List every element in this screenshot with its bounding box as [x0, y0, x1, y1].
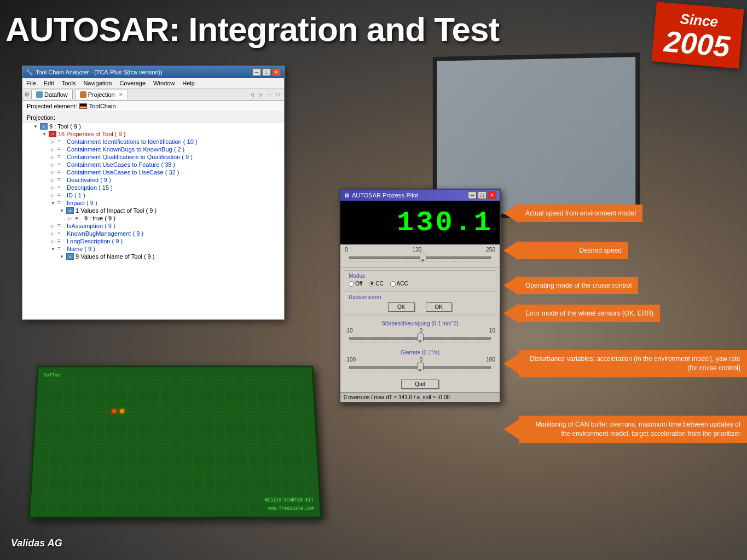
callout-text: Operating mode of the cruise control: [525, 282, 632, 289]
tca-menubar: File Edit Tools Navigation Coverage Wind…: [22, 78, 284, 89]
divider: [340, 267, 500, 268]
tree-item[interactable]: ▷ ● 9 : true ( 9 ): [22, 214, 284, 222]
gier-slider-track[interactable]: [349, 366, 491, 369]
tree-item[interactable]: ▷ = Containment UseCases to UseCase ( 32…: [22, 168, 284, 176]
radio-cc-circle[interactable]: [369, 281, 374, 287]
toolbar-minimize-btn[interactable]: ─: [265, 91, 273, 98]
since-badge: Since 2005: [651, 2, 744, 69]
pilot-close-button[interactable]: ✕: [488, 191, 496, 199]
sidebar-toggle[interactable]: ⊞: [25, 91, 29, 97]
radio-off[interactable]: Off: [349, 281, 362, 287]
menu-window[interactable]: Window: [152, 79, 176, 87]
modus-radio-group: Off CC ACC: [349, 281, 491, 287]
radio-off-circle[interactable]: [349, 281, 354, 287]
speed-slider-track[interactable]: [349, 256, 491, 259]
tab-close-icon[interactable]: ✕: [119, 92, 123, 97]
toolbar-back-btn[interactable]: ◁: [248, 91, 256, 98]
tree-item[interactable]: ▷ = KnownBugManagement ( 9 ): [22, 230, 284, 237]
menu-coverage[interactable]: Coverage: [118, 79, 147, 87]
tree-icon-eq: =: [57, 138, 65, 145]
toolbar-maximize-btn[interactable]: □: [274, 91, 282, 98]
divider: [340, 317, 500, 317]
radsensoren-ok-btn-2[interactable]: OK: [426, 302, 452, 312]
tab-toolbar: ◁ ▷ ─ □: [248, 91, 282, 98]
gier-slider-thumb[interactable]: [417, 363, 424, 370]
callout-monitor: Monitoring of CAN buffer overruns, maxim…: [503, 416, 747, 443]
circuit-label: www.freescale.com: [268, 506, 314, 511]
pilot-window: 🖥 AUTOSAR Prozess-Pilot ─ □ ✕ 130.1 0 13…: [339, 189, 501, 403]
tree-item[interactable]: ▷ = LongDescription ( 9 ): [22, 237, 284, 245]
tree-icon-eq: =: [57, 223, 65, 229]
tree-item[interactable]: ▷ = Description ( 15 ): [22, 184, 284, 191]
tree-item[interactable]: ▼ = Name ( 9 ): [22, 245, 284, 253]
tca-window: 🔧 Tool Chain Analyzer - (TCA-Plus ${tca-…: [22, 66, 285, 320]
tree-icon-table: ≡: [49, 131, 56, 137]
tree-icon-dot: ●: [75, 215, 83, 221]
tca-minimize-button[interactable]: ─: [252, 68, 261, 76]
tree-item[interactable]: ▷ = IsAssumption ( 9 ): [22, 222, 284, 230]
tree-item-text: IsAssumption ( 9 ): [67, 223, 115, 229]
menu-tools[interactable]: Tools: [60, 79, 78, 87]
tab-dataflow[interactable]: Dataflow: [31, 90, 73, 99]
callout-arrow-icon: [503, 241, 519, 260]
company-label: Validas AG: [11, 538, 62, 549]
tree-item-text: 9 Values of Name of Tool ( 9 ): [76, 253, 155, 260]
tree-item[interactable]: ▷ = Containment Identifications to Ident…: [22, 138, 284, 145]
tree-item[interactable]: ▼ ≡ 16 Properties of Tool ( 9 ): [22, 130, 284, 138]
page-title: AUTOSAR: Integration and Test: [5, 10, 499, 49]
radio-cc[interactable]: CC: [369, 281, 383, 287]
dataflow-tab-icon: [36, 91, 43, 98]
tab-projection[interactable]: Projection ✕: [75, 90, 128, 100]
radio-acc-circle[interactable]: [390, 281, 396, 287]
menu-navigation[interactable]: Navigation: [82, 79, 113, 87]
tree-item[interactable]: ▷ = ID ( 1 ): [22, 191, 284, 199]
tree-item[interactable]: ▼ ≡ 1 Values of Impact of Tool ( 9 ): [22, 207, 284, 214]
tree-container[interactable]: ▼ ≡ 9 : Tool ( 9 ) ▼ ≡ 16 Properties of …: [22, 122, 284, 319]
tree-item[interactable]: ▷ = Containment UseCases to Feature ( 38…: [22, 161, 284, 168]
radsensoren-ok-btn-1[interactable]: OK: [388, 302, 414, 312]
stoer-slider-container[interactable]: [345, 334, 495, 345]
tree-icon-table: ≡: [66, 253, 74, 260]
tree-item-text: Containment Qualifications to Qualificat…: [67, 154, 193, 160]
radsensoren-label: Radsensoren: [349, 294, 491, 300]
menu-edit[interactable]: Edit: [42, 79, 56, 87]
tca-maximize-button[interactable]: □: [262, 68, 271, 76]
tree-icon-eq: =: [57, 177, 65, 183]
tree-item[interactable]: ▷ = Deactivated ( 9 ): [22, 176, 284, 184]
callout-arrow-icon: [503, 203, 519, 223]
tree-arrow: ▷: [51, 170, 57, 175]
gier-mid-label: 0: [419, 357, 422, 363]
gier-slider-container[interactable]: [345, 363, 495, 374]
pilot-minimize-button[interactable]: ─: [468, 191, 477, 199]
pilot-maximize-button[interactable]: □: [478, 191, 487, 199]
tree-arrow: ▼: [60, 254, 66, 259]
speed-slider-container[interactable]: [345, 253, 495, 264]
tree-item-text: Containment KnownBugs to KnownBug ( 2 ): [67, 146, 184, 153]
modus-section: Modus Off CC ACC: [344, 270, 496, 289]
radio-acc[interactable]: ACC: [390, 281, 408, 287]
menu-help[interactable]: Help: [181, 79, 196, 87]
tree-item[interactable]: ▼ = Impact ( 9 ): [22, 199, 284, 207]
tree-item[interactable]: ▼ ≡ 9 : Tool ( 9 ): [22, 122, 284, 130]
tree-item[interactable]: ▷ = Containment KnownBugs to KnownBug ( …: [22, 145, 284, 153]
tree-icon-eq: =: [57, 154, 65, 160]
tree-item-text: Name ( 9 ): [67, 246, 95, 252]
callout-error: Error mode of the wheel sensors (OK, ERR…: [503, 304, 660, 323]
projected-element-bar: Projected element: ToolChain: [22, 101, 284, 112]
gier-min-label: -100: [345, 357, 356, 363]
tree-item[interactable]: ▼ ≡ 9 Values of Name of Tool ( 9 ): [22, 253, 284, 260]
callout-mode: Operating mode of the cruise control: [503, 276, 638, 295]
quit-button[interactable]: Quit: [401, 380, 438, 389]
tree-item-text: Impact ( 9 ): [67, 200, 97, 206]
tree-item[interactable]: ▷ = Containment Qualifications to Qualif…: [22, 153, 284, 161]
callout-text: Desired speed: [580, 247, 622, 254]
stoer-slider-thumb[interactable]: [417, 334, 424, 341]
tca-close-button[interactable]: ✕: [272, 68, 281, 76]
toolbar-forward-btn[interactable]: ▷: [257, 91, 264, 98]
menu-file[interactable]: File: [25, 79, 38, 87]
kit-label: HC512X STARTER KIT: [265, 498, 314, 503]
stoer-slider-track[interactable]: [349, 337, 491, 340]
speed-slider-thumb[interactable]: [420, 253, 426, 260]
tree-item-text: Deactivated ( 9 ): [67, 177, 111, 183]
since-year: 2005: [663, 26, 731, 61]
